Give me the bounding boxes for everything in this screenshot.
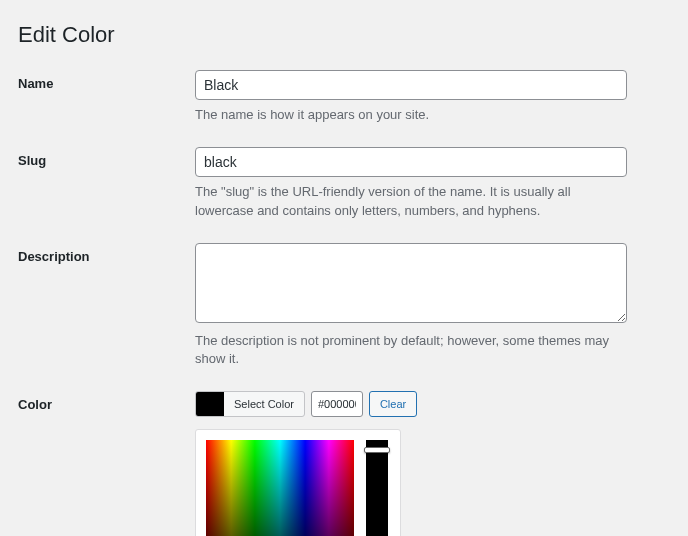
description-row: Description The description is not promi…: [18, 243, 668, 370]
color-swatch-icon: [196, 392, 224, 416]
color-controls: Select Color Clear: [195, 391, 627, 417]
saturation-value-square[interactable]: [206, 440, 354, 536]
hex-input[interactable]: [311, 391, 363, 417]
hue-slider[interactable]: [366, 440, 388, 536]
name-field: The name is how it appears on your site.: [195, 70, 627, 125]
description-label: Description: [18, 243, 195, 264]
slug-field: The "slug" is the URL-friendly version o…: [195, 147, 627, 221]
hue-handle-icon: [364, 447, 390, 453]
color-picker-panel: [195, 429, 401, 536]
color-field: Select Color Clear: [195, 391, 627, 536]
slug-row: Slug The "slug" is the URL-friendly vers…: [18, 147, 668, 221]
name-input[interactable]: [195, 70, 627, 100]
select-color-button[interactable]: Select Color: [195, 391, 305, 417]
name-label: Name: [18, 70, 195, 91]
name-row: Name The name is how it appears on your …: [18, 70, 668, 125]
slug-input[interactable]: [195, 147, 627, 177]
slug-help: The "slug" is the URL-friendly version o…: [195, 183, 627, 221]
description-textarea[interactable]: [195, 243, 627, 323]
description-field: The description is not prominent by defa…: [195, 243, 627, 370]
color-label: Color: [18, 391, 195, 412]
slug-label: Slug: [18, 147, 195, 168]
edit-color-page: Edit Color Name The name is how it appea…: [0, 0, 688, 536]
page-title: Edit Color: [18, 22, 668, 48]
sv-black-layer: [206, 440, 354, 536]
name-help: The name is how it appears on your site.: [195, 106, 627, 125]
clear-button[interactable]: Clear: [369, 391, 417, 417]
description-help: The description is not prominent by defa…: [195, 332, 627, 370]
color-row: Color Select Color Clear: [18, 391, 668, 536]
select-color-label: Select Color: [224, 398, 304, 410]
